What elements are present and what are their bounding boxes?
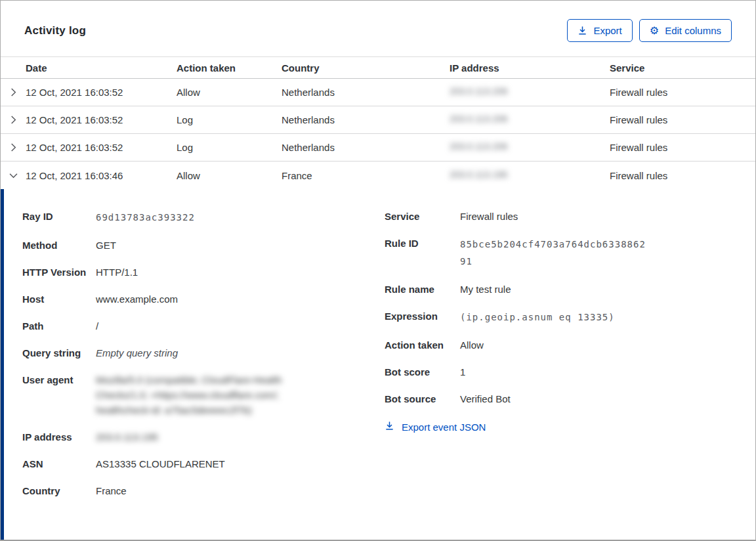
cell-action-taken: Log <box>177 142 282 153</box>
detail-field: Query string Empty query string <box>22 345 385 360</box>
detail-field-label: Host <box>22 292 96 307</box>
expand-chevron-icon[interactable] <box>1 171 26 181</box>
cell-date: 12 Oct, 2021 16:03:52 <box>26 142 177 153</box>
expand-chevron-icon[interactable] <box>1 142 26 152</box>
detail-field: Country France <box>22 483 385 498</box>
cell-service: Firewall rules <box>610 170 755 181</box>
detail-field-label: IP address <box>22 429 96 444</box>
column-header-date: Date <box>26 62 177 74</box>
detail-field-value: 85bce5b204cf4703a764dcb633886291 <box>460 236 652 270</box>
download-icon <box>385 421 394 433</box>
cell-action-taken: Allow <box>177 87 282 98</box>
cell-service: Firewall rules <box>610 114 755 125</box>
detail-field-value: Allow <box>460 337 657 353</box>
detail-field: Host www.example.com <box>22 292 385 307</box>
cell-action-taken: Allow <box>177 170 282 181</box>
cell-country: Netherlands <box>282 87 450 98</box>
column-header-country: Country <box>282 62 450 74</box>
event-details-panel: Ray ID 69d13783ac393322 Method GET HTTP … <box>1 189 755 540</box>
detail-field-label: Rule name <box>385 282 460 297</box>
details-right-column: Service Firewall rules Rule ID 85bce5b20… <box>385 209 729 540</box>
detail-field-value: Verified Bot <box>460 391 657 406</box>
detail-field: ASN AS13335 CLOUDFLARENET <box>22 456 385 471</box>
table-header: Date Action taken Country IP address Ser… <box>1 56 755 79</box>
header-actions: Export ⚙ Edit columns <box>567 19 732 42</box>
redacted-ip: 203.0.113.206 <box>450 114 508 124</box>
detail-field-label: Action taken <box>385 337 460 353</box>
edit-columns-button-label: Edit columns <box>665 25 721 36</box>
detail-field-value: AS13335 CLOUDFLARENET <box>96 456 293 471</box>
redacted-ip: 203.0.113.206 <box>450 86 508 97</box>
detail-field: User agent Mozilla/5.0 (compatible; Clou… <box>22 372 385 418</box>
edit-columns-button[interactable]: ⚙ Edit columns <box>639 19 732 42</box>
detail-field-value: 1 <box>460 364 657 379</box>
detail-field-label: ASN <box>22 456 96 471</box>
detail-field-label: Path <box>22 318 96 334</box>
export-event-json-label: Export event JSON <box>402 422 486 433</box>
download-icon <box>578 26 587 35</box>
redacted-ip: 203.0.113.195 <box>450 169 508 180</box>
header: Activity log Export ⚙ Edit columns <box>1 1 755 56</box>
expand-chevron-icon[interactable] <box>1 115 26 125</box>
detail-field-value: / <box>96 318 293 334</box>
cell-country: France <box>282 170 450 181</box>
detail-field-value: 203.0.113.195 <box>96 429 286 444</box>
cell-date: 12 Oct, 2021 16:03:46 <box>26 170 177 181</box>
detail-field-label: Ray ID <box>22 209 96 224</box>
column-header-ip-address: IP address <box>450 62 610 74</box>
cell-service: Firewall rules <box>610 142 755 153</box>
cell-country: Netherlands <box>282 142 450 153</box>
detail-field: Method GET <box>22 238 385 253</box>
expand-chevron-icon[interactable] <box>1 87 26 97</box>
detail-field-label: Bot source <box>385 391 460 406</box>
table-row[interactable]: 12 Oct, 2021 16:03:46 Allow France 203.0… <box>1 162 755 189</box>
detail-field: Path / <box>22 318 385 334</box>
detail-field-value: Empty query string <box>96 345 293 360</box>
cell-date: 12 Oct, 2021 16:03:52 <box>26 114 177 125</box>
detail-field: Service Firewall rules <box>385 209 729 224</box>
table-row[interactable]: 12 Oct, 2021 16:03:52 Log Netherlands 20… <box>1 134 755 162</box>
detail-field-value: www.example.com <box>96 292 293 307</box>
details-left-column: Ray ID 69d13783ac393322 Method GET HTTP … <box>22 209 385 540</box>
column-header-service: Service <box>610 62 755 74</box>
detail-field-label: Rule ID <box>385 236 460 251</box>
export-event-json-link[interactable]: Export event JSON <box>385 421 486 433</box>
cell-ip-address: 203.0.113.195 <box>450 169 610 182</box>
detail-field-value: GET <box>96 238 293 253</box>
detail-field-value: Firewall rules <box>460 209 657 224</box>
detail-field-label: Bot score <box>385 364 460 379</box>
detail-field-label: User agent <box>22 372 96 387</box>
cell-ip-address: 203.0.113.206 <box>450 114 610 126</box>
page-title: Activity log <box>24 24 86 37</box>
export-button-label: Export <box>593 25 621 36</box>
detail-field-value: HTTP/1.1 <box>96 265 293 280</box>
detail-field-label: Service <box>385 209 460 224</box>
detail-field-value: Mozilla/5.0 (compatible; CloudFlare-Heal… <box>96 372 286 418</box>
cell-country: Netherlands <box>282 114 450 125</box>
gear-icon: ⚙ <box>650 26 659 36</box>
detail-field: Rule name My test rule <box>385 282 729 297</box>
cell-ip-address: 203.0.113.206 <box>450 86 610 98</box>
detail-field: Bot source Verified Bot <box>385 391 729 406</box>
detail-field-value: (ip.geoip.asnum eq 13335) <box>460 309 652 326</box>
export-button[interactable]: Export <box>567 19 632 42</box>
detail-field: Rule ID 85bce5b204cf4703a764dcb633886291 <box>385 236 729 270</box>
redacted-ip: 203.0.113.206 <box>450 141 508 152</box>
detail-field-label: Query string <box>22 345 96 360</box>
detail-field: HTTP Version HTTP/1.1 <box>22 265 385 280</box>
table-row[interactable]: 12 Oct, 2021 16:03:52 Allow Netherlands … <box>1 79 755 106</box>
activity-log-page: Activity log Export ⚙ Edit columns Date … <box>1 1 755 540</box>
table-row[interactable]: 12 Oct, 2021 16:03:52 Log Netherlands 20… <box>1 106 755 134</box>
detail-field-label: Country <box>22 483 96 498</box>
table-body: 12 Oct, 2021 16:03:52 Allow Netherlands … <box>1 79 755 189</box>
cell-service: Firewall rules <box>610 87 755 98</box>
detail-field-value: 69d13783ac393322 <box>96 209 287 226</box>
detail-field: Expression (ip.geoip.asnum eq 13335) <box>385 309 729 326</box>
detail-field: Bot score 1 <box>385 364 729 379</box>
detail-field: IP address 203.0.113.195 <box>22 429 385 444</box>
cell-action-taken: Log <box>177 114 282 125</box>
detail-field-label: Method <box>22 238 96 253</box>
detail-field-label: Expression <box>385 309 460 324</box>
cell-date: 12 Oct, 2021 16:03:52 <box>26 87 177 98</box>
column-header-action-taken: Action taken <box>177 62 282 74</box>
